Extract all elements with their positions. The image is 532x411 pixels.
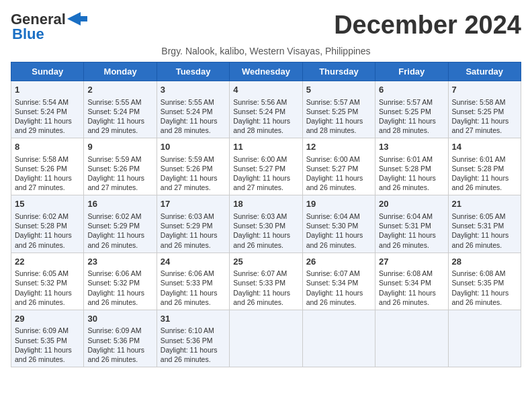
daylight-text: Daylight: 11 hours and 28 minutes. — [233, 117, 290, 134]
sunrise-text: Sunrise: 5:58 AM — [452, 98, 506, 106]
svg-marker-0 — [67, 12, 87, 26]
sunset-text: Sunset: 5:24 PM — [161, 107, 213, 116]
logo: General Blue — [11, 11, 87, 43]
calendar-day-cell: 12Sunrise: 6:00 AMSunset: 5:27 PMDayligh… — [302, 138, 375, 195]
daylight-text: Daylight: 11 hours and 27 minutes. — [452, 117, 509, 134]
sunrise-text: Sunrise: 6:08 AM — [379, 269, 433, 277]
sunrise-text: Sunrise: 6:06 AM — [87, 269, 141, 277]
sunrise-text: Sunrise: 5:59 AM — [161, 155, 214, 163]
day-number: 19 — [306, 198, 371, 210]
sunrise-text: Sunrise: 6:02 AM — [15, 212, 69, 220]
col-monday: Monday — [84, 62, 157, 81]
sunrise-text: Sunrise: 5:58 AM — [15, 155, 69, 163]
calendar-day-cell — [302, 310, 375, 367]
sunrise-text: Sunrise: 5:57 AM — [306, 98, 360, 106]
sunrise-text: Sunrise: 6:00 AM — [306, 155, 360, 163]
sunrise-text: Sunrise: 6:09 AM — [15, 326, 69, 334]
day-number: 26 — [306, 256, 371, 268]
daylight-text: Daylight: 11 hours and 28 minutes. — [161, 117, 218, 134]
sunset-text: Sunset: 5:32 PM — [15, 279, 67, 287]
daylight-text: Daylight: 11 hours and 26 minutes. — [15, 346, 72, 363]
col-saturday: Saturday — [448, 62, 521, 81]
sunset-text: Sunset: 5:27 PM — [233, 165, 285, 173]
sunrise-text: Sunrise: 5:56 AM — [233, 98, 287, 106]
sunset-text: Sunset: 5:32 PM — [87, 279, 140, 287]
calendar-day-cell — [230, 310, 302, 367]
sunrise-text: Sunrise: 5:55 AM — [161, 98, 214, 106]
days-header-row: Sunday Monday Tuesday Wednesday Thursday… — [11, 62, 521, 81]
sunset-text: Sunset: 5:33 PM — [161, 279, 213, 287]
sunset-text: Sunset: 5:25 PM — [452, 107, 504, 116]
day-number: 28 — [452, 256, 517, 268]
day-number: 20 — [379, 198, 444, 210]
day-number: 15 — [15, 198, 80, 210]
day-number: 18 — [233, 198, 298, 210]
sunset-text: Sunset: 5:35 PM — [15, 336, 67, 345]
calendar-day-cell — [448, 310, 521, 367]
logo-arrow-icon — [67, 12, 87, 26]
day-number: 8 — [15, 141, 80, 153]
day-number: 14 — [452, 141, 517, 153]
sunset-text: Sunset: 5:28 PM — [379, 165, 431, 173]
month-year-title: December 2024 — [334, 11, 521, 40]
sunset-text: Sunset: 5:25 PM — [379, 107, 431, 116]
daylight-text: Daylight: 11 hours and 26 minutes. — [452, 174, 509, 191]
sunrise-text: Sunrise: 6:09 AM — [87, 326, 141, 334]
sunrise-text: Sunrise: 6:07 AM — [306, 269, 360, 277]
daylight-text: Daylight: 11 hours and 26 minutes. — [306, 289, 363, 306]
daylight-text: Daylight: 11 hours and 27 minutes. — [15, 174, 72, 191]
calendar-day-cell: 29Sunrise: 6:09 AMSunset: 5:35 PMDayligh… — [11, 310, 84, 367]
calendar-table: Sunday Monday Tuesday Wednesday Thursday… — [11, 62, 521, 367]
day-number: 30 — [87, 313, 152, 325]
calendar-day-cell — [375, 310, 448, 367]
day-number: 4 — [233, 84, 298, 96]
sunrise-text: Sunrise: 5:54 AM — [15, 98, 69, 106]
calendar-day-cell: 8Sunrise: 5:58 AMSunset: 5:26 PMDaylight… — [11, 138, 84, 195]
sunset-text: Sunset: 5:24 PM — [233, 107, 285, 116]
col-tuesday: Tuesday — [157, 62, 229, 81]
calendar-day-cell: 17Sunrise: 6:03 AMSunset: 5:29 PMDayligh… — [157, 195, 229, 253]
sunrise-text: Sunrise: 6:04 AM — [379, 212, 433, 220]
calendar-day-cell: 10Sunrise: 5:59 AMSunset: 5:26 PMDayligh… — [157, 138, 229, 195]
sunrise-text: Sunrise: 6:03 AM — [233, 212, 287, 220]
daylight-text: Daylight: 11 hours and 26 minutes. — [233, 231, 290, 248]
calendar-day-cell: 23Sunrise: 6:06 AMSunset: 5:32 PMDayligh… — [84, 253, 157, 310]
sunset-text: Sunset: 5:24 PM — [15, 107, 67, 116]
daylight-text: Daylight: 11 hours and 27 minutes. — [161, 174, 218, 191]
calendar-day-cell: 18Sunrise: 6:03 AMSunset: 5:30 PMDayligh… — [230, 195, 302, 253]
sunset-text: Sunset: 5:25 PM — [306, 107, 359, 116]
day-number: 17 — [161, 198, 226, 210]
calendar-day-cell: 26Sunrise: 6:07 AMSunset: 5:34 PMDayligh… — [302, 253, 375, 310]
calendar-week-row: 8Sunrise: 5:58 AMSunset: 5:26 PMDaylight… — [11, 138, 521, 195]
sunset-text: Sunset: 5:26 PM — [87, 165, 140, 173]
calendar-day-cell: 6Sunrise: 5:57 AMSunset: 5:25 PMDaylight… — [375, 81, 448, 138]
calendar-day-cell: 30Sunrise: 6:09 AMSunset: 5:36 PMDayligh… — [84, 310, 157, 367]
sunrise-text: Sunrise: 6:05 AM — [452, 212, 506, 220]
sunset-text: Sunset: 5:35 PM — [452, 279, 504, 287]
calendar-day-cell: 9Sunrise: 5:59 AMSunset: 5:26 PMDaylight… — [84, 138, 157, 195]
day-number: 11 — [233, 141, 298, 153]
calendar-day-cell: 25Sunrise: 6:07 AMSunset: 5:33 PMDayligh… — [230, 253, 302, 310]
sunset-text: Sunset: 5:34 PM — [379, 279, 431, 287]
daylight-text: Daylight: 11 hours and 27 minutes. — [87, 174, 144, 191]
sunrise-text: Sunrise: 6:03 AM — [161, 212, 214, 220]
daylight-text: Daylight: 11 hours and 29 minutes. — [15, 117, 72, 134]
daylight-text: Daylight: 11 hours and 26 minutes. — [15, 289, 72, 306]
calendar-day-cell: 15Sunrise: 6:02 AMSunset: 5:28 PMDayligh… — [11, 195, 84, 253]
daylight-text: Daylight: 11 hours and 26 minutes. — [306, 231, 363, 248]
daylight-text: Daylight: 11 hours and 29 minutes. — [87, 117, 144, 134]
col-wednesday: Wednesday — [230, 62, 302, 81]
calendar-day-cell: 27Sunrise: 6:08 AMSunset: 5:34 PMDayligh… — [375, 253, 448, 310]
calendar-day-cell: 7Sunrise: 5:58 AMSunset: 5:25 PMDaylight… — [448, 81, 521, 138]
daylight-text: Daylight: 11 hours and 26 minutes. — [379, 289, 436, 306]
day-number: 16 — [87, 198, 152, 210]
daylight-text: Daylight: 11 hours and 26 minutes. — [87, 289, 144, 306]
calendar-day-cell: 3Sunrise: 5:55 AMSunset: 5:24 PMDaylight… — [157, 81, 229, 138]
day-number: 23 — [87, 256, 152, 268]
sunset-text: Sunset: 5:30 PM — [233, 222, 285, 230]
day-number: 10 — [161, 141, 226, 153]
calendar-day-cell: 14Sunrise: 6:01 AMSunset: 5:28 PMDayligh… — [448, 138, 521, 195]
calendar-week-row: 29Sunrise: 6:09 AMSunset: 5:35 PMDayligh… — [11, 310, 521, 367]
sunrise-text: Sunrise: 6:04 AM — [306, 212, 360, 220]
sunset-text: Sunset: 5:31 PM — [452, 222, 504, 230]
